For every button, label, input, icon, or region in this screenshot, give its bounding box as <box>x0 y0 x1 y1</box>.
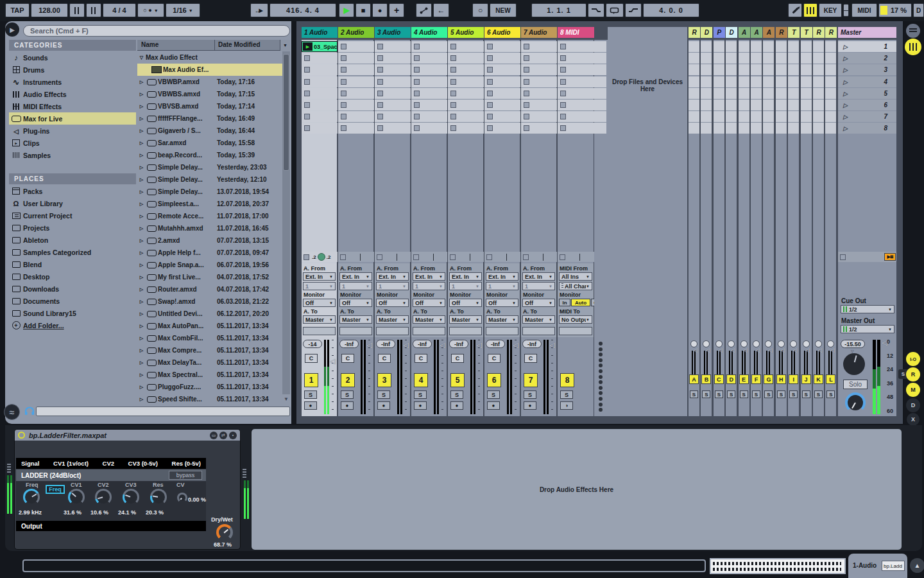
session-view-button[interactable] <box>905 39 921 55</box>
narrow-clip-slot[interactable] <box>701 123 712 134</box>
narrow-clip-slot[interactable] <box>776 111 787 122</box>
arm-button[interactable]: ● <box>377 401 390 410</box>
clip-slot[interactable] <box>302 53 338 64</box>
clip-slot[interactable] <box>338 76 374 87</box>
file-row[interactable]: ▷Simple Delay...Yesterday, 12:10 <box>137 173 282 186</box>
scene-row[interactable]: ▷4 <box>838 76 896 87</box>
session-record-button[interactable]: ○ <box>472 3 488 17</box>
device-knob-cv3[interactable] <box>123 489 139 505</box>
return-solo-button[interactable]: S <box>789 390 798 398</box>
file-row[interactable]: ▷Simple Delay...Yesterday, 23:03 <box>137 161 282 173</box>
column-date-modified[interactable]: Date Modified <box>218 41 261 48</box>
solo-button[interactable]: S <box>304 390 317 399</box>
sidebar-item-plug-ins[interactable]: Plug-ins <box>9 125 136 137</box>
clip-stop-icon[interactable] <box>414 44 420 49</box>
sidebar-item-instruments[interactable]: Instruments <box>9 76 136 88</box>
narrow-clip-slot[interactable] <box>788 76 799 87</box>
pan-field[interactable]: C <box>415 354 427 363</box>
clip-stop-icon[interactable] <box>377 125 383 131</box>
disclosure-icon[interactable]: ▷ <box>137 372 146 378</box>
track-header-3[interactable]: 3 Audio <box>375 27 411 38</box>
clip-stop-icon[interactable] <box>487 79 493 85</box>
input-type-chooser[interactable]: Ext. In▼ <box>486 272 518 281</box>
track-stop-button[interactable] <box>377 254 382 260</box>
clip-slot[interactable] <box>338 53 374 64</box>
return-fader[interactable]: ◁ <box>803 351 810 375</box>
metronome-button[interactable]: ○ ●▼ <box>137 3 164 17</box>
return-fader-handle[interactable]: ◁ <box>755 347 760 353</box>
narrow-clip-slot[interactable] <box>689 100 699 110</box>
clip-stop-icon[interactable] <box>524 67 529 73</box>
return-solo-button[interactable]: S <box>826 390 835 398</box>
narrow-track-header[interactable]: R <box>776 27 787 38</box>
clip-slot[interactable] <box>302 111 338 122</box>
clip-slot[interactable] <box>302 123 338 134</box>
narrow-track-header[interactable]: R <box>813 27 825 38</box>
tap-button[interactable]: TAP <box>5 3 30 17</box>
track-stop-button[interactable] <box>340 254 346 260</box>
loop-start-field[interactable]: 1. 1. 1 <box>531 3 586 17</box>
clip-slot[interactable] <box>558 41 594 52</box>
clip-slot[interactable] <box>338 100 374 110</box>
solo-button[interactable]: S <box>524 390 536 399</box>
return-fader[interactable]: ◁ <box>766 351 772 375</box>
sidebar-item-samples-categorized[interactable]: Samples Categorized <box>9 246 136 258</box>
clip-stop-icon[interactable] <box>524 55 529 61</box>
solo-button[interactable]: S <box>414 390 427 399</box>
stop-all-clips-button[interactable]: ▶≣ <box>884 253 896 261</box>
narrow-clip-slot[interactable] <box>701 76 712 87</box>
narrow-clip-slot[interactable] <box>813 111 824 122</box>
clip-stop-icon[interactable] <box>560 114 566 119</box>
narrow-clip-slot[interactable] <box>801 111 812 122</box>
master-track-header[interactable]: Master <box>838 27 896 38</box>
clip-slot[interactable] <box>375 76 411 87</box>
narrow-clip-slot[interactable] <box>801 123 812 134</box>
tempo-field[interactable]: 128.00 <box>31 3 68 17</box>
file-row[interactable]: ▷Remote Acce...11.07.2018, 17:00 <box>137 210 282 222</box>
track-name-box[interactable] <box>559 327 592 335</box>
sidebar-item-audio-effects[interactable]: Audio Effects <box>9 88 136 100</box>
narrow-clip-slot[interactable] <box>739 100 749 110</box>
hot-swap-preview-button[interactable]: ≈ <box>4 404 20 420</box>
clip-stop-icon[interactable] <box>414 79 420 85</box>
return-fader-handle[interactable]: ◁ <box>830 347 834 353</box>
output-chooser[interactable]: Master▼ <box>303 315 336 324</box>
clip-stop-icon[interactable] <box>414 102 420 108</box>
scene-row[interactable]: ▷2 <box>838 53 896 64</box>
solo-button[interactable]: S <box>450 390 463 399</box>
return-solo-button[interactable]: S <box>752 390 760 398</box>
narrow-clip-slot[interactable] <box>813 100 824 110</box>
clip-stop-icon[interactable] <box>524 102 529 108</box>
clip-slot[interactable] <box>521 41 557 52</box>
narrow-clip-slot[interactable] <box>714 123 724 134</box>
show-returns-button[interactable]: R <box>906 367 920 381</box>
narrow-clip-slot[interactable] <box>776 100 787 110</box>
return-activator[interactable]: F <box>751 374 761 384</box>
clip-stop-icon[interactable] <box>304 102 310 108</box>
show-track-delay-button[interactable]: D <box>906 398 920 412</box>
input-channel-chooser[interactable]: 1▼ <box>413 282 445 290</box>
scene-play-icon[interactable]: ▷ <box>843 55 848 62</box>
track-activator[interactable]: 3 <box>377 373 391 387</box>
clip-slot[interactable] <box>302 88 338 99</box>
clip-stop-icon[interactable] <box>377 44 383 49</box>
narrow-clip-slot[interactable] <box>739 41 749 52</box>
knob-value[interactable]: 10.6 % <box>90 509 108 516</box>
narrow-clip-slot[interactable] <box>689 111 699 122</box>
narrow-clip-slot[interactable] <box>776 64 787 75</box>
clip-slot[interactable] <box>558 76 594 87</box>
volume-field[interactable]: -14 <box>303 340 322 348</box>
narrow-clip-slot[interactable] <box>714 53 724 64</box>
return-activator[interactable]: H <box>776 374 786 384</box>
track-name-box[interactable] <box>449 327 482 335</box>
clip-stop-icon[interactable] <box>341 125 346 131</box>
monitor-in-button[interactable]: In <box>559 299 570 306</box>
volume-fader-handle[interactable]: ◁ <box>513 341 518 349</box>
disclosure-icon[interactable]: ▷ <box>137 263 146 268</box>
return-solo-button[interactable]: S <box>740 390 748 398</box>
device-on-button[interactable] <box>18 432 25 439</box>
narrow-clip-slot[interactable] <box>739 88 749 99</box>
clip-slot[interactable] <box>521 76 557 87</box>
drywet-value[interactable]: 68.7 % <box>214 541 232 548</box>
return-activator[interactable]: A <box>689 374 699 384</box>
